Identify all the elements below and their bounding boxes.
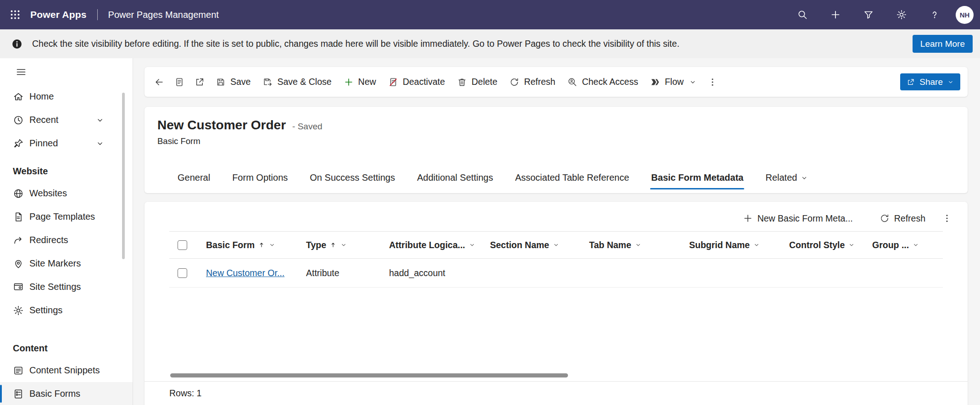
save-and-close-button[interactable]: Save & Close — [256, 72, 337, 92]
tab-basic-form-metadata[interactable]: Basic Form Metadata — [650, 167, 744, 189]
horizontal-scrollbar[interactable] — [169, 373, 943, 378]
new-basic-form-metadata-button[interactable]: New Basic Form Meta... — [736, 209, 859, 228]
info-icon — [11, 38, 23, 50]
chevron-down-icon[interactable] — [96, 116, 104, 124]
add-button[interactable] — [819, 0, 852, 29]
chevron-down-icon[interactable] — [635, 242, 641, 248]
table-row[interactable]: New Customer Or... Attribute hadd_accoun… — [169, 259, 943, 288]
topbar-right: NH — [786, 0, 980, 29]
column-header-control-style[interactable]: Control Style — [778, 240, 861, 250]
save-close-icon — [262, 77, 273, 87]
sidebar-scrollbar[interactable] — [122, 93, 125, 259]
tab-related[interactable]: Related — [764, 167, 809, 189]
column-label: Subgrid Name — [689, 240, 750, 250]
grid-more-commands-button[interactable] — [935, 209, 958, 228]
open-in-new-window-button[interactable] — [189, 72, 210, 92]
chevron-down-icon[interactable] — [913, 242, 919, 248]
column-header-group[interactable]: Group ... — [861, 240, 943, 250]
new-button[interactable]: New — [338, 72, 382, 92]
horizontal-scrollbar-thumb[interactable] — [170, 373, 568, 377]
record-icon — [174, 77, 184, 87]
app-name[interactable]: Power Apps — [30, 9, 87, 20]
chevron-down-icon[interactable] — [269, 242, 275, 248]
sort-ascending-icon — [258, 241, 265, 249]
basic-form-record-link[interactable]: New Customer Or... — [206, 268, 284, 278]
save-button[interactable]: Save — [210, 72, 256, 92]
tab-additional-settings[interactable]: Additional Settings — [416, 167, 494, 189]
sidebar-item-pinned[interactable]: Pinned — [0, 132, 133, 155]
account-avatar[interactable]: NH — [956, 6, 974, 24]
column-header-attribute-logical-name[interactable]: Attribute Logica... — [378, 240, 479, 250]
chevron-down-icon[interactable] — [340, 242, 347, 248]
column-header-section-name[interactable]: Section Name — [479, 240, 578, 250]
chevron-down-icon — [947, 79, 954, 85]
sidebar-section-website: Website — [0, 155, 133, 182]
column-header-subgrid-name[interactable]: Subgrid Name — [678, 240, 778, 250]
chevron-down-icon[interactable] — [753, 242, 760, 248]
settings-button[interactable] — [885, 0, 918, 29]
more-vertical-icon — [942, 213, 952, 223]
tab-general[interactable]: General — [177, 167, 211, 189]
column-header-tab-name[interactable]: Tab Name — [578, 240, 678, 250]
plus-icon — [830, 9, 841, 20]
column-label: Tab Name — [589, 240, 631, 250]
refresh-icon — [880, 213, 890, 223]
command-bar-right: Share — [900, 73, 960, 90]
sidebar-item-site-markers[interactable]: Site Markers — [0, 252, 133, 275]
learn-more-button[interactable]: Learn More — [913, 35, 973, 53]
chevron-down-icon[interactable] — [848, 242, 855, 248]
sort-ascending-icon — [329, 241, 337, 249]
tab-form-options[interactable]: Form Options — [231, 167, 289, 189]
sitemap-toggle-button[interactable] — [11, 63, 31, 81]
metadata-grid: Basic Form Type Attribute Logica... — [169, 231, 943, 381]
sidebar-item-site-settings[interactable]: Site Settings — [0, 275, 133, 299]
gear-icon — [13, 305, 24, 316]
sidebar-item-content-snippets[interactable]: Content Snippets — [0, 359, 133, 382]
row-checkbox[interactable] — [178, 268, 187, 278]
chevron-down-icon[interactable] — [553, 242, 559, 248]
refresh-button[interactable]: Refresh — [503, 72, 561, 92]
delete-button[interactable]: Delete — [451, 72, 503, 92]
sidebar-item-label: Home — [29, 91, 54, 102]
check-access-button[interactable]: Check Access — [561, 72, 644, 92]
sidebar-item-label: Site Markers — [29, 258, 81, 269]
share-label: Share — [919, 77, 943, 87]
tab-associated-table-reference[interactable]: Associated Table Reference — [514, 167, 630, 189]
chevron-down-icon[interactable] — [96, 139, 104, 148]
app-subtitle[interactable]: Power Pages Management — [108, 10, 219, 20]
refresh-label: Refresh — [524, 77, 555, 87]
snippet-icon — [13, 365, 24, 376]
column-header-basic-form[interactable]: Basic Form — [195, 240, 295, 250]
app-launcher-button[interactable] — [0, 0, 30, 29]
sidebar-item-settings[interactable]: Settings — [0, 299, 133, 322]
sidebar-item-basic-forms[interactable]: Basic Forms — [0, 382, 133, 405]
flow-button[interactable]: Flow — [644, 72, 702, 92]
check-access-icon — [567, 77, 577, 87]
sidebar-item-home[interactable]: Home — [0, 85, 133, 108]
column-header-type[interactable]: Type — [295, 240, 378, 250]
sidebar-item-label: Basic Forms — [29, 388, 80, 399]
filter-button[interactable] — [852, 0, 885, 29]
back-button[interactable] — [149, 72, 169, 92]
grid-refresh-label: Refresh — [894, 213, 925, 224]
popout-icon — [195, 77, 205, 87]
sidebar-item-recent[interactable]: Recent — [0, 108, 133, 132]
more-commands-button[interactable] — [702, 72, 723, 92]
tab-on-success-settings[interactable]: On Success Settings — [309, 167, 396, 189]
search-button[interactable] — [786, 0, 819, 29]
share-button[interactable]: Share — [900, 73, 960, 90]
save-and-close-label: Save & Close — [277, 77, 331, 87]
record-form-button[interactable] — [169, 72, 189, 92]
more-vertical-icon — [707, 77, 718, 87]
chevron-down-icon[interactable] — [469, 242, 475, 248]
sidebar-item-websites[interactable]: Websites — [0, 182, 133, 205]
cell-basic-form: New Customer Or... — [195, 268, 295, 278]
plus-icon — [344, 77, 354, 87]
select-all-checkbox[interactable] — [178, 240, 187, 250]
grid-refresh-button[interactable]: Refresh — [873, 209, 932, 228]
deactivate-button[interactable]: Deactivate — [382, 72, 451, 92]
cell-attribute-logical-name: hadd_account — [378, 268, 479, 278]
help-button[interactable] — [918, 0, 951, 29]
sidebar-item-page-templates[interactable]: Page Templates — [0, 205, 133, 228]
sidebar-item-redirects[interactable]: Redirects — [0, 228, 133, 252]
